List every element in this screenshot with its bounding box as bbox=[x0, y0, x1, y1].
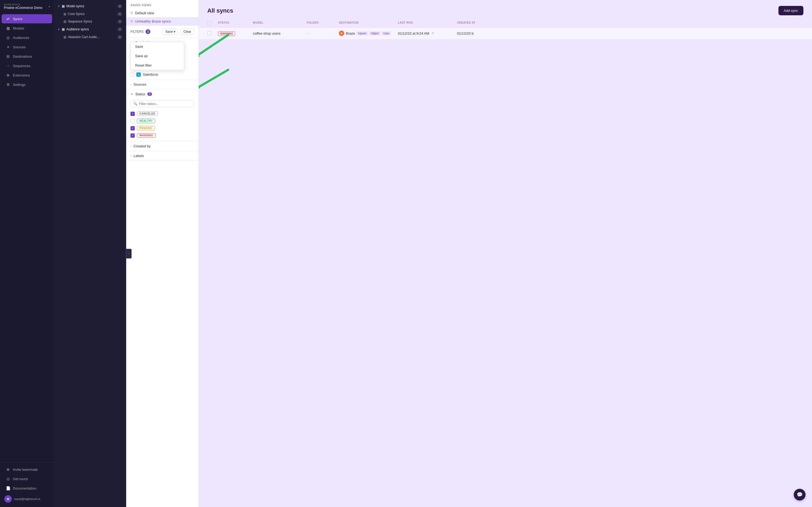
core-syncs-label: Core Syncs bbox=[68, 12, 85, 16]
audience-syncs-group[interactable]: ▼ ▦ Audience syncs 2 bbox=[54, 25, 126, 33]
dest-item-salesforce[interactable]: S Salesforce bbox=[126, 71, 199, 78]
sidebar-item-label: Models bbox=[13, 26, 24, 30]
model-syncs-count: 8 bbox=[117, 5, 122, 8]
page-title: All syncs bbox=[207, 7, 233, 14]
filters-bar: FILTERS 2 Save ▾ Clear bbox=[126, 25, 199, 38]
healthy-badge: HEALTHY bbox=[137, 119, 155, 123]
braze-logo: B bbox=[339, 31, 344, 36]
expand-status-icon: ▼ bbox=[130, 93, 133, 96]
sidebar-item-label: Settings bbox=[13, 83, 25, 87]
workspace-header[interactable]: WORKSPACE Pristine eCommerce Demo ▾ bbox=[0, 0, 54, 13]
filters-label: FILTERS bbox=[130, 30, 144, 34]
canceled-checkbox[interactable]: ✓ bbox=[130, 112, 135, 116]
save-dropdown: Save Save as Reset filter bbox=[130, 42, 184, 70]
sidebar-item-extensions[interactable]: ⊕ Extensions bbox=[2, 71, 52, 80]
model-cell: coffee shop users bbox=[253, 32, 307, 36]
sidebar-item-label: Sequences bbox=[13, 64, 30, 68]
th-last-run: LAST RUN bbox=[398, 21, 457, 25]
workspace-chevron-icon: ▾ bbox=[49, 5, 50, 8]
created-by-label: Created by bbox=[133, 144, 151, 148]
core-syncs-item[interactable]: ▦ Core Syncs 0 bbox=[54, 10, 126, 18]
chat-button[interactable]: 💬 bbox=[794, 489, 806, 501]
filters-count: 2 bbox=[146, 29, 150, 34]
sequence-syncs-item[interactable]: ▦ Sequence Syncs 2 bbox=[54, 18, 126, 25]
status-search: 🔍 bbox=[130, 100, 194, 107]
abandon-cart-item[interactable]: ▦ Abandon Cart Audie... 0 bbox=[54, 33, 126, 41]
expand-sources-icon: › bbox=[130, 83, 131, 86]
pending-checkbox[interactable]: ✓ bbox=[130, 126, 135, 130]
sidebar-item-syncs[interactable]: ⇄ Syncs bbox=[2, 14, 52, 23]
status-label: Status bbox=[136, 92, 145, 96]
reset-filter-option[interactable]: Reset filter bbox=[131, 61, 184, 70]
destinations-icon: ⊞ bbox=[6, 54, 10, 58]
last-run-cell: 01/12/23 at 9:24 AM bbox=[398, 32, 429, 36]
user-tag: User bbox=[382, 32, 391, 36]
sidebar-item-label: Audiences bbox=[13, 36, 29, 40]
status-item-pending[interactable]: ✓ PENDING bbox=[126, 124, 199, 132]
status-item-canceled[interactable]: ✓ CANCELED bbox=[126, 110, 199, 117]
add-sync-button[interactable]: Add sync bbox=[778, 6, 803, 15]
main-content: All syncs Add sync STATUS MODEL FOLDER D… bbox=[199, 0, 812, 507]
save-as-option[interactable]: Save as bbox=[131, 51, 184, 61]
audience-syncs-label: Audience syncs bbox=[66, 27, 89, 31]
expand-icon: ▼ bbox=[57, 28, 60, 31]
sidebar-item-audiences[interactable]: ◎ Audiences bbox=[2, 33, 52, 42]
sidebar-item-destinations[interactable]: ⊞ Destinations bbox=[2, 52, 52, 61]
sidebar-item-label: Sources bbox=[13, 45, 26, 49]
created-by-header[interactable]: › Created by bbox=[126, 142, 199, 151]
expand-created-by-icon: › bbox=[130, 145, 131, 148]
status-search-input[interactable] bbox=[139, 102, 191, 106]
save-option[interactable]: Save bbox=[131, 42, 184, 51]
expand-icon: ▼ bbox=[57, 5, 60, 8]
clear-button[interactable]: Clear bbox=[180, 29, 194, 35]
table-header: STATUS MODEL FOLDER DESTINATION LAST RUN… bbox=[199, 19, 812, 27]
invite-teammate-item[interactable]: ⊕ Invite teammate bbox=[2, 465, 52, 474]
folder-icon: ▦ bbox=[62, 27, 65, 31]
sidebar-item-settings[interactable]: ⚙ Settings bbox=[2, 80, 52, 89]
status-item-warning[interactable]: ✓ WARNING bbox=[126, 132, 199, 139]
invite-icon: ⊕ bbox=[6, 467, 10, 471]
status-item-healthy[interactable]: HEALTHY bbox=[126, 117, 199, 124]
syncs-icon: ⇄ bbox=[6, 17, 10, 21]
status-header[interactable]: ▼ Status 3 bbox=[126, 90, 199, 99]
healthy-checkbox[interactable] bbox=[130, 119, 135, 123]
sidebar-bottom: ⊕ Invite teammate ◎ Get touch 📄 Document… bbox=[0, 462, 54, 507]
invite-label: Invite teammate bbox=[13, 467, 38, 471]
th-destination: DESTINATION bbox=[339, 21, 398, 25]
default-view-item[interactable]: ▽ Default view bbox=[126, 9, 199, 17]
th-created-at: CREATED AT bbox=[457, 21, 511, 25]
collapse-button[interactable]: ‹ bbox=[126, 249, 131, 259]
unhealthy-view-item[interactable]: ▽ Unhealthy Braze syncs bbox=[126, 17, 199, 25]
funnel-icon: ▽ bbox=[130, 11, 133, 15]
documentation-item[interactable]: 📄 Documentation bbox=[2, 484, 52, 493]
model-syncs-group[interactable]: ▼ ▦ Model syncs 8 bbox=[54, 2, 126, 10]
save-button[interactable]: Save ▾ bbox=[162, 29, 178, 35]
abandon-cart-label: Abandon Cart Audie... bbox=[68, 35, 99, 39]
warning-checkbox[interactable]: ✓ bbox=[130, 133, 135, 138]
pending-badge: PENDING bbox=[137, 126, 155, 130]
created-at-cell: 01/12/23 b bbox=[457, 32, 511, 36]
sources-icon: ≡ bbox=[6, 45, 10, 49]
sequence-syncs-label: Sequence Syncs bbox=[68, 19, 92, 23]
svg-marker-1 bbox=[199, 52, 200, 59]
sidebar-item-sequences[interactable]: → Sequences bbox=[2, 61, 52, 70]
user-row[interactable]: M maria@hightouch.io bbox=[2, 493, 52, 505]
dest-checkbox[interactable] bbox=[130, 73, 134, 76]
tree-panel: ▼ ▦ Model syncs 8 ▦ Core Syncs 0 ▦ Seque… bbox=[54, 0, 126, 507]
sidebar-item-label: Extensions bbox=[13, 73, 30, 77]
search-icon: 🔍 bbox=[133, 102, 138, 106]
labels-header[interactable]: › Labels bbox=[126, 151, 199, 161]
sidebar-item-label: Syncs bbox=[13, 17, 22, 21]
funnel-icon: ▽ bbox=[130, 19, 133, 23]
status-count: 3 bbox=[148, 92, 152, 96]
sources-header[interactable]: › Sources bbox=[126, 80, 199, 89]
created-by-section: › Created by bbox=[126, 142, 199, 151]
sidebar-item-models[interactable]: ▦ Models bbox=[2, 23, 52, 33]
unhealthy-view-label: Unhealthy Braze syncs bbox=[135, 19, 171, 23]
row-checkbox[interactable] bbox=[207, 31, 212, 36]
audiences-icon: ◎ bbox=[6, 36, 10, 40]
sidebar-item-sources[interactable]: ≡ Sources bbox=[2, 42, 52, 52]
get-touch-item[interactable]: ◎ Get touch bbox=[2, 474, 52, 484]
select-all-checkbox[interactable] bbox=[207, 21, 212, 25]
external-link-icon[interactable]: ↗ bbox=[431, 32, 434, 35]
